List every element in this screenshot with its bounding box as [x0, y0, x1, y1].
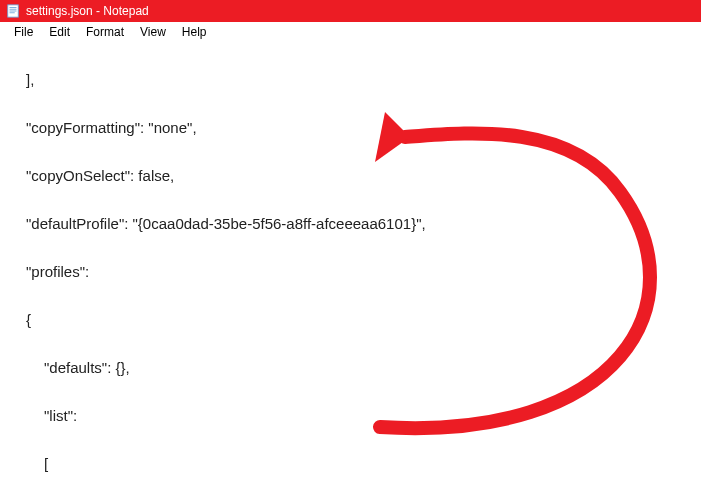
code-line: [ [8, 452, 693, 476]
code-line: "defaults": {}, [8, 356, 693, 380]
menu-edit[interactable]: Edit [41, 23, 78, 41]
code-line: { [8, 308, 693, 332]
code-line: "defaultProfile": "{0caa0dad-35be-5f56-a… [8, 212, 693, 236]
code-line: "copyOnSelect": false, [8, 164, 693, 188]
code-line: "copyFormatting": "none", [8, 116, 693, 140]
code-line: "list": [8, 404, 693, 428]
window-title: settings.json - Notepad [26, 0, 149, 22]
text-editor-area[interactable]: ], "copyFormatting": "none", "copyOnSele… [0, 42, 701, 500]
notepad-icon [6, 4, 20, 18]
menu-help[interactable]: Help [174, 23, 215, 41]
code-line: ], [8, 68, 693, 92]
menu-view[interactable]: View [132, 23, 174, 41]
code-line: "profiles": [8, 260, 693, 284]
menu-format[interactable]: Format [78, 23, 132, 41]
titlebar: settings.json - Notepad [0, 0, 701, 22]
menu-file[interactable]: File [6, 23, 41, 41]
menubar: File Edit Format View Help [0, 22, 701, 42]
